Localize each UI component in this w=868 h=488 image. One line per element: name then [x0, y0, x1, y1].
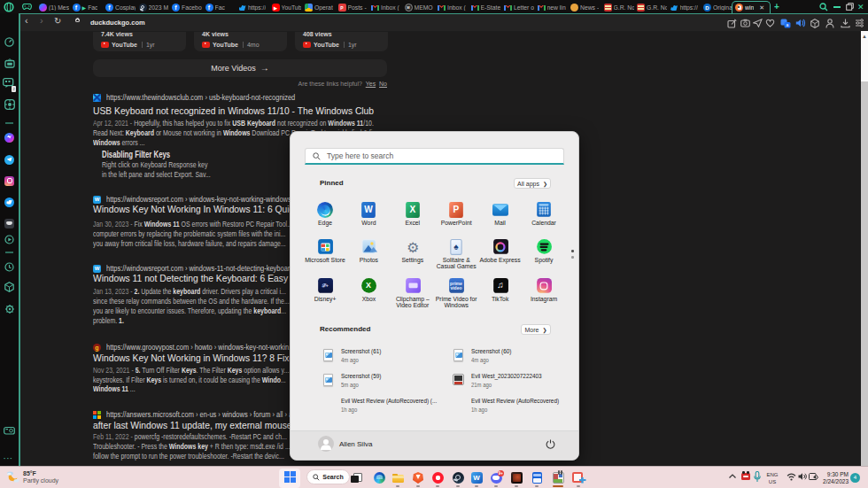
svg-text:a: a [787, 22, 789, 27]
